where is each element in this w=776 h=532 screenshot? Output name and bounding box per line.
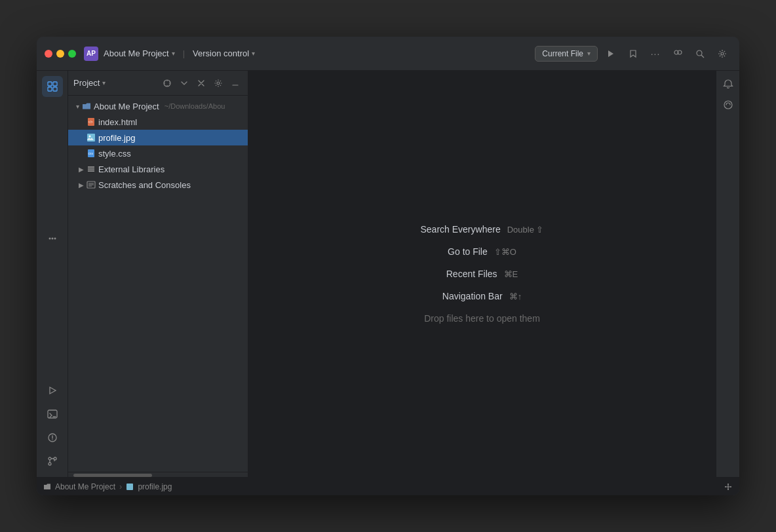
go-to-file-shortcut: ⇧⌘O [494, 247, 516, 257]
panel-locate-icon[interactable] [160, 76, 174, 90]
current-file-button[interactable]: Current File ▾ [535, 46, 598, 62]
root-label: About Me Project [94, 102, 159, 111]
icon-rail [37, 71, 68, 477]
panel-title: Project ▾ [73, 78, 157, 88]
navigation-bar-label: Navigation Bar [442, 291, 503, 301]
version-control-chevron-icon: ▾ [252, 50, 255, 57]
rail-bottom [42, 380, 63, 472]
notifications-icon[interactable] [720, 76, 736, 92]
panel-minimize-icon[interactable] [228, 76, 242, 90]
svg-point-19 [48, 457, 51, 460]
lib-chevron-icon: ▶ [79, 166, 84, 173]
search-everywhere-label: Search Everywhere [421, 224, 501, 235]
main-area: Project ▾ [37, 71, 739, 477]
image-file-icon [87, 133, 96, 142]
panel-collapse-icon[interactable] [177, 76, 191, 90]
tree-item-scratches[interactable]: ▶ Scratches and Consoles [68, 177, 248, 193]
css-file-icon: css [87, 149, 96, 158]
horizontal-scrollbar[interactable] [68, 472, 248, 477]
svg-point-32 [89, 136, 91, 138]
separator: | [183, 48, 185, 58]
statusbar: About Me Project › profile.jpg [37, 477, 739, 495]
search-everywhere-row: Search Everywhere Double ⇧ [421, 224, 544, 235]
svg-point-44 [725, 486, 726, 487]
current-file-chevron-icon: ▾ [587, 50, 591, 57]
editor-area: Search Everywhere Double ⇧ Go to File ⇧⌘… [248, 71, 716, 477]
problems-icon[interactable] [42, 427, 63, 448]
svg-point-12 [54, 238, 56, 240]
minimize-button[interactable] [56, 50, 64, 58]
traffic-lights [45, 50, 76, 58]
file-name-style: style.css [98, 149, 131, 159]
svg-rect-8 [53, 82, 57, 86]
project-panel-icon[interactable] [42, 76, 63, 97]
run-config-icon[interactable] [42, 380, 63, 401]
svg-point-45 [730, 486, 731, 487]
settings-button[interactable] [713, 45, 731, 63]
recent-files-row: Recent Files ⌘E [421, 269, 544, 279]
svg-rect-7 [48, 87, 52, 91]
recent-files-shortcut: ⌘E [504, 269, 518, 279]
root-chevron-icon: ▾ [76, 103, 79, 110]
titlebar-left: AP About Me Project ▾ | Version control … [84, 47, 255, 61]
svg-rect-35 [88, 166, 94, 168]
go-to-file-label: Go to File [448, 246, 488, 257]
svg-point-47 [728, 489, 729, 490]
statusbar-project: About Me Project [55, 482, 115, 491]
project-chevron-icon: ▾ [172, 50, 175, 57]
svg-text:</>: </> [88, 120, 93, 124]
titlebar: AP About Me Project ▾ | Version control … [37, 37, 739, 71]
statusbar-file-icon [126, 483, 134, 491]
tree-item-external-libraries[interactable]: ▶ External Libraries [68, 161, 248, 177]
run-button[interactable] [602, 45, 620, 63]
terminal-icon[interactable] [42, 404, 63, 425]
panel-title-label: Project [73, 78, 100, 88]
drop-zone: Search Everywhere Double ⇧ Go to File ⇧⌘… [421, 224, 544, 324]
statusbar-encoding-icon[interactable] [724, 482, 733, 491]
svg-rect-37 [88, 170, 94, 172]
svg-rect-6 [48, 82, 52, 86]
tree-root[interactable]: ▾ About Me Project ~/Downloads/Abou [68, 98, 248, 114]
svg-rect-36 [88, 168, 94, 170]
svg-point-46 [728, 484, 729, 485]
collab-button[interactable] [669, 45, 687, 63]
scrollbar-thumb[interactable] [73, 474, 152, 477]
tree-item-style-css[interactable]: css style.css [68, 145, 248, 161]
right-rail [716, 71, 739, 477]
html-file-icon: </> [87, 117, 96, 126]
file-name-profile: profile.jpg [98, 133, 135, 143]
svg-point-5 [721, 52, 724, 55]
svg-point-10 [48, 238, 50, 240]
svg-rect-9 [53, 87, 57, 91]
library-icon [87, 164, 96, 174]
scratches-label: Scratches and Consoles [98, 180, 191, 190]
svg-rect-43 [126, 484, 133, 490]
more-options-button[interactable]: ··· [646, 45, 665, 63]
ai-assistant-icon[interactable] [720, 97, 736, 113]
maximize-button[interactable] [68, 50, 76, 58]
svg-point-18 [52, 439, 52, 440]
version-control-dropdown[interactable]: Version control ▾ [193, 48, 255, 58]
search-everywhere-shortcut: Double ⇧ [507, 225, 544, 235]
search-button[interactable] [691, 45, 709, 63]
file-tree: ▾ About Me Project ~/Downloads/Abou </> … [68, 96, 248, 472]
version-control-label: Version control [193, 48, 249, 58]
root-path: ~/Downloads/Abou [165, 102, 225, 110]
tree-item-profile-jpg[interactable]: profile.jpg [68, 130, 248, 145]
statusbar-sep: › [119, 482, 122, 491]
file-name-index: index.html [98, 117, 137, 127]
statusbar-folder-icon [43, 483, 51, 491]
bookmark-button[interactable] [624, 45, 642, 63]
scratches-icon [87, 180, 96, 189]
project-dropdown[interactable]: About Me Project ▾ [104, 48, 175, 58]
titlebar-right: Current File ▾ ··· [535, 45, 731, 63]
panel-gear-icon[interactable] [211, 76, 225, 90]
tree-item-index-html[interactable]: </> index.html [68, 114, 248, 130]
vcs-icon[interactable] [42, 451, 63, 472]
current-file-label: Current File [542, 49, 583, 58]
panel-close-icon[interactable] [194, 76, 208, 90]
close-button[interactable] [45, 50, 52, 58]
more-tools-icon[interactable] [42, 228, 63, 249]
svg-point-27 [217, 82, 220, 85]
svg-text:css: css [88, 151, 94, 155]
